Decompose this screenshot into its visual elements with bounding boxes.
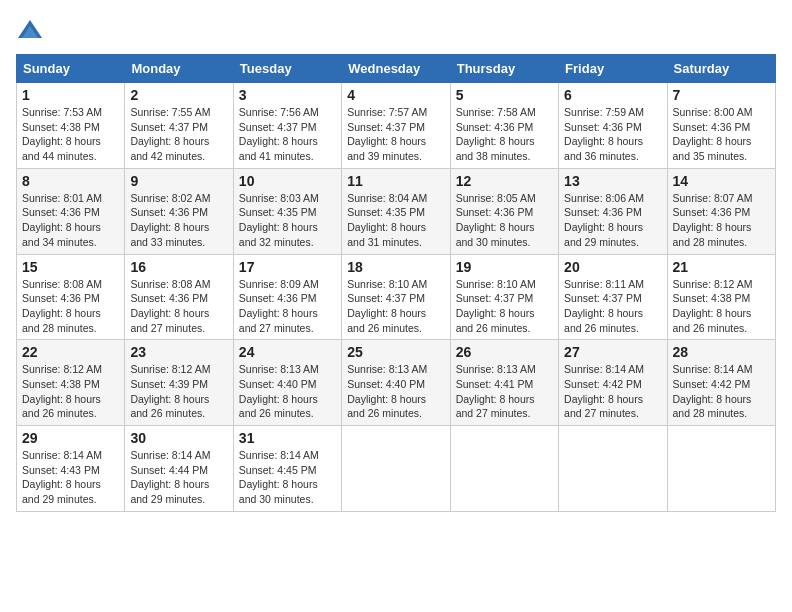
- day-number: 12: [456, 173, 553, 189]
- week-row-1: 1 Sunrise: 7:53 AM Sunset: 4:38 PM Dayli…: [17, 83, 776, 169]
- day-cell: 14 Sunrise: 8:07 AM Sunset: 4:36 PM Dayl…: [667, 168, 775, 254]
- day-number: 4: [347, 87, 444, 103]
- day-cell: 21 Sunrise: 8:12 AM Sunset: 4:38 PM Dayl…: [667, 254, 775, 340]
- day-cell: 7 Sunrise: 8:00 AM Sunset: 4:36 PM Dayli…: [667, 83, 775, 169]
- day-number: 25: [347, 344, 444, 360]
- day-cell: [342, 426, 450, 512]
- day-number: 22: [22, 344, 119, 360]
- day-number: 18: [347, 259, 444, 275]
- calendar-header-row: SundayMondayTuesdayWednesdayThursdayFrid…: [17, 55, 776, 83]
- day-cell: 31 Sunrise: 8:14 AM Sunset: 4:45 PM Dayl…: [233, 426, 341, 512]
- day-cell: 27 Sunrise: 8:14 AM Sunset: 4:42 PM Dayl…: [559, 340, 667, 426]
- day-number: 28: [673, 344, 770, 360]
- day-number: 6: [564, 87, 661, 103]
- day-cell: 12 Sunrise: 8:05 AM Sunset: 4:36 PM Dayl…: [450, 168, 558, 254]
- day-cell: 3 Sunrise: 7:56 AM Sunset: 4:37 PM Dayli…: [233, 83, 341, 169]
- day-info: Sunrise: 7:58 AM Sunset: 4:36 PM Dayligh…: [456, 105, 553, 164]
- day-info: Sunrise: 8:05 AM Sunset: 4:36 PM Dayligh…: [456, 191, 553, 250]
- day-cell: 2 Sunrise: 7:55 AM Sunset: 4:37 PM Dayli…: [125, 83, 233, 169]
- header-wednesday: Wednesday: [342, 55, 450, 83]
- header-saturday: Saturday: [667, 55, 775, 83]
- day-number: 20: [564, 259, 661, 275]
- day-info: Sunrise: 7:55 AM Sunset: 4:37 PM Dayligh…: [130, 105, 227, 164]
- day-number: 8: [22, 173, 119, 189]
- week-row-5: 29 Sunrise: 8:14 AM Sunset: 4:43 PM Dayl…: [17, 426, 776, 512]
- day-cell: 1 Sunrise: 7:53 AM Sunset: 4:38 PM Dayli…: [17, 83, 125, 169]
- day-number: 23: [130, 344, 227, 360]
- day-number: 5: [456, 87, 553, 103]
- header-sunday: Sunday: [17, 55, 125, 83]
- day-cell: 20 Sunrise: 8:11 AM Sunset: 4:37 PM Dayl…: [559, 254, 667, 340]
- day-info: Sunrise: 8:14 AM Sunset: 4:43 PM Dayligh…: [22, 448, 119, 507]
- day-cell: 23 Sunrise: 8:12 AM Sunset: 4:39 PM Dayl…: [125, 340, 233, 426]
- logo-icon: [16, 16, 44, 44]
- week-row-2: 8 Sunrise: 8:01 AM Sunset: 4:36 PM Dayli…: [17, 168, 776, 254]
- day-info: Sunrise: 8:13 AM Sunset: 4:40 PM Dayligh…: [239, 362, 336, 421]
- calendar-table: SundayMondayTuesdayWednesdayThursdayFrid…: [16, 54, 776, 512]
- day-cell: 4 Sunrise: 7:57 AM Sunset: 4:37 PM Dayli…: [342, 83, 450, 169]
- day-info: Sunrise: 8:08 AM Sunset: 4:36 PM Dayligh…: [130, 277, 227, 336]
- day-info: Sunrise: 8:14 AM Sunset: 4:45 PM Dayligh…: [239, 448, 336, 507]
- day-cell: 6 Sunrise: 7:59 AM Sunset: 4:36 PM Dayli…: [559, 83, 667, 169]
- day-cell: [667, 426, 775, 512]
- day-info: Sunrise: 7:56 AM Sunset: 4:37 PM Dayligh…: [239, 105, 336, 164]
- day-info: Sunrise: 8:02 AM Sunset: 4:36 PM Dayligh…: [130, 191, 227, 250]
- day-cell: 19 Sunrise: 8:10 AM Sunset: 4:37 PM Dayl…: [450, 254, 558, 340]
- day-info: Sunrise: 8:13 AM Sunset: 4:40 PM Dayligh…: [347, 362, 444, 421]
- day-number: 27: [564, 344, 661, 360]
- day-cell: 28 Sunrise: 8:14 AM Sunset: 4:42 PM Dayl…: [667, 340, 775, 426]
- day-cell: [450, 426, 558, 512]
- day-number: 3: [239, 87, 336, 103]
- day-info: Sunrise: 8:11 AM Sunset: 4:37 PM Dayligh…: [564, 277, 661, 336]
- day-cell: 25 Sunrise: 8:13 AM Sunset: 4:40 PM Dayl…: [342, 340, 450, 426]
- day-info: Sunrise: 8:03 AM Sunset: 4:35 PM Dayligh…: [239, 191, 336, 250]
- week-row-4: 22 Sunrise: 8:12 AM Sunset: 4:38 PM Dayl…: [17, 340, 776, 426]
- week-row-3: 15 Sunrise: 8:08 AM Sunset: 4:36 PM Dayl…: [17, 254, 776, 340]
- day-cell: 22 Sunrise: 8:12 AM Sunset: 4:38 PM Dayl…: [17, 340, 125, 426]
- day-info: Sunrise: 8:06 AM Sunset: 4:36 PM Dayligh…: [564, 191, 661, 250]
- day-info: Sunrise: 8:14 AM Sunset: 4:42 PM Dayligh…: [564, 362, 661, 421]
- day-number: 14: [673, 173, 770, 189]
- day-cell: 10 Sunrise: 8:03 AM Sunset: 4:35 PM Dayl…: [233, 168, 341, 254]
- day-number: 13: [564, 173, 661, 189]
- day-number: 2: [130, 87, 227, 103]
- day-cell: 9 Sunrise: 8:02 AM Sunset: 4:36 PM Dayli…: [125, 168, 233, 254]
- day-number: 29: [22, 430, 119, 446]
- day-number: 11: [347, 173, 444, 189]
- day-number: 19: [456, 259, 553, 275]
- day-cell: 15 Sunrise: 8:08 AM Sunset: 4:36 PM Dayl…: [17, 254, 125, 340]
- day-info: Sunrise: 8:01 AM Sunset: 4:36 PM Dayligh…: [22, 191, 119, 250]
- day-info: Sunrise: 7:59 AM Sunset: 4:36 PM Dayligh…: [564, 105, 661, 164]
- day-number: 10: [239, 173, 336, 189]
- header-monday: Monday: [125, 55, 233, 83]
- day-number: 26: [456, 344, 553, 360]
- day-number: 21: [673, 259, 770, 275]
- day-info: Sunrise: 7:53 AM Sunset: 4:38 PM Dayligh…: [22, 105, 119, 164]
- day-info: Sunrise: 8:10 AM Sunset: 4:37 PM Dayligh…: [347, 277, 444, 336]
- day-cell: 16 Sunrise: 8:08 AM Sunset: 4:36 PM Dayl…: [125, 254, 233, 340]
- day-info: Sunrise: 8:12 AM Sunset: 4:38 PM Dayligh…: [22, 362, 119, 421]
- day-cell: 8 Sunrise: 8:01 AM Sunset: 4:36 PM Dayli…: [17, 168, 125, 254]
- day-cell: 24 Sunrise: 8:13 AM Sunset: 4:40 PM Dayl…: [233, 340, 341, 426]
- day-cell: 11 Sunrise: 8:04 AM Sunset: 4:35 PM Dayl…: [342, 168, 450, 254]
- day-info: Sunrise: 8:12 AM Sunset: 4:38 PM Dayligh…: [673, 277, 770, 336]
- day-cell: 30 Sunrise: 8:14 AM Sunset: 4:44 PM Dayl…: [125, 426, 233, 512]
- day-info: Sunrise: 8:08 AM Sunset: 4:36 PM Dayligh…: [22, 277, 119, 336]
- day-info: Sunrise: 8:13 AM Sunset: 4:41 PM Dayligh…: [456, 362, 553, 421]
- day-number: 9: [130, 173, 227, 189]
- day-cell: 18 Sunrise: 8:10 AM Sunset: 4:37 PM Dayl…: [342, 254, 450, 340]
- day-number: 15: [22, 259, 119, 275]
- day-number: 30: [130, 430, 227, 446]
- day-info: Sunrise: 8:14 AM Sunset: 4:42 PM Dayligh…: [673, 362, 770, 421]
- day-number: 17: [239, 259, 336, 275]
- day-cell: [559, 426, 667, 512]
- day-number: 16: [130, 259, 227, 275]
- day-cell: 13 Sunrise: 8:06 AM Sunset: 4:36 PM Dayl…: [559, 168, 667, 254]
- day-info: Sunrise: 8:14 AM Sunset: 4:44 PM Dayligh…: [130, 448, 227, 507]
- day-number: 1: [22, 87, 119, 103]
- day-info: Sunrise: 8:10 AM Sunset: 4:37 PM Dayligh…: [456, 277, 553, 336]
- day-info: Sunrise: 8:04 AM Sunset: 4:35 PM Dayligh…: [347, 191, 444, 250]
- day-cell: 17 Sunrise: 8:09 AM Sunset: 4:36 PM Dayl…: [233, 254, 341, 340]
- day-info: Sunrise: 7:57 AM Sunset: 4:37 PM Dayligh…: [347, 105, 444, 164]
- day-info: Sunrise: 8:09 AM Sunset: 4:36 PM Dayligh…: [239, 277, 336, 336]
